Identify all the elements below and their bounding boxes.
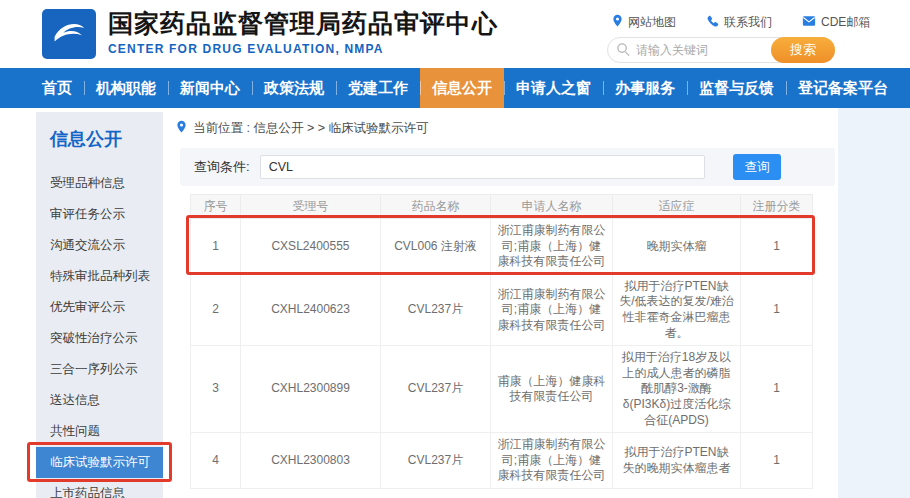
cell-reg-class: 1 [741, 274, 813, 345]
cell-seq: 4 [191, 433, 241, 489]
table-row[interactable]: 4 CXHL2300803 CVL237片 浙江甫康制药有限公司;甫康（上海）健… [191, 433, 813, 489]
nav-item-info-disclosure[interactable]: 信息公开 [420, 68, 504, 108]
cde-logo [42, 9, 96, 59]
header-search-bar: 搜索 [607, 37, 835, 63]
nav-item-applicant-window[interactable]: 申请人之窗 [504, 68, 603, 108]
cell-indication: 拟用于治疗PTEN缺失/低表达的复发/难治性非霍奇金淋巴瘤患者。 [613, 274, 741, 345]
site-header: 国家药品监督管理局药品审评中心 CENTER FOR DRUG EVALUATI… [0, 0, 910, 68]
results-table: 序号 受理号 药品名称 申请人名称 适应症 注册分类 1 CXSL2400555… [190, 194, 813, 489]
sitemap-link[interactable]: 网站地图 [612, 14, 676, 31]
main-area: 信息公开 受理品种信息 审评任务公示 沟通交流公示 特殊审批品种列表 优先审评公… [0, 108, 838, 498]
cell-indication: 晚期实体瘤 [613, 219, 741, 275]
cell-drug-name: CVL237片 [381, 274, 491, 345]
sidebar-item-breakthrough-therapy[interactable]: 突破性治疗公示 [36, 323, 163, 354]
cell-applicant: 浙江甫康制药有限公司;甫康（上海）健康科技有限责任公司 [491, 219, 613, 275]
cell-drug-name: CVL237片 [381, 433, 491, 489]
sidebar-item-review-tasks[interactable]: 审评任务公示 [36, 199, 163, 230]
cell-applicant: 甫康（上海）健康科技有限责任公司 [491, 346, 613, 433]
cell-indication: 拟用于治疗PTEN缺失的晚期实体瘤患者 [613, 433, 741, 489]
sidebar-item-priority-review[interactable]: 优先审评公示 [36, 292, 163, 323]
nav-item-supervision[interactable]: 监督与反馈 [687, 68, 786, 108]
table-row[interactable]: 2 CXHL2400623 CVL237片 浙江甫康制药有限公司;甫康（上海）健… [191, 274, 813, 345]
mail-icon [802, 15, 816, 30]
sidebar-item-communication[interactable]: 沟通交流公示 [36, 230, 163, 261]
header-links: 网站地图 联系我们 CDE邮箱 [612, 14, 870, 31]
nav-item-policy[interactable]: 政策法规 [252, 68, 336, 108]
col-header-seq: 序号 [191, 195, 241, 219]
results-table-area: 序号 受理号 药品名称 申请人名称 适应症 注册分类 1 CXSL2400555… [190, 194, 812, 489]
cell-acceptance-no: CXHL2300899 [241, 346, 381, 433]
col-header-indication: 适应症 [613, 195, 741, 219]
cell-drug-name: CVL237片 [381, 346, 491, 433]
phone-icon [706, 15, 719, 31]
content-area: 当前位置 : 信息公开 > > 临床试验默示许可 查询条件: 查询 序号 受理号… [170, 116, 835, 498]
logo-swoosh-icon [47, 12, 91, 56]
cde-mail-link[interactable]: CDE邮箱 [802, 14, 870, 31]
sidebar-item-accepted-products[interactable]: 受理品种信息 [36, 168, 163, 199]
query-label: 查询条件: [194, 158, 250, 176]
sidebar-item-clinical-trial-implied-license[interactable]: 临床试验默示许可 [36, 447, 163, 478]
sitemap-label: 网站地图 [628, 14, 676, 31]
main-nav: 首页 机构职能 新闻中心 政策法规 党建工作 信息公开 申请人之窗 办事服务 监… [0, 68, 910, 108]
contact-link[interactable]: 联系我们 [706, 14, 772, 31]
cell-reg-class: 1 [741, 346, 813, 433]
cell-drug-name: CVL006 注射液 [381, 219, 491, 275]
cell-reg-class: 1 [741, 219, 813, 275]
site-subtitle: CENTER FOR DRUG EVALUATION, NMPA [108, 42, 498, 56]
query-panel: 查询条件: 查询 [180, 148, 835, 186]
cell-acceptance-no: CXHL2300803 [241, 433, 381, 489]
col-header-applicant: 申请人名称 [491, 195, 613, 219]
table-row[interactable]: 3 CXHL2300899 CVL237片 甫康（上海）健康科技有限责任公司 拟… [191, 346, 813, 433]
cell-indication: 拟用于治疗18岁及以上的成人患者的磷脂酰肌醇3-激酶δ(PI3Kδ)过度活化综合… [613, 346, 741, 433]
search-icon [616, 42, 631, 61]
breadcrumb-text: 当前位置 : 信息公开 > > 临床试验默示许可 [193, 120, 428, 137]
sidebar-item-delivery-info[interactable]: 送达信息 [36, 385, 163, 416]
cell-reg-class: 1 [741, 433, 813, 489]
nav-item-party[interactable]: 党建工作 [336, 68, 420, 108]
col-header-drug-name: 药品名称 [381, 195, 491, 219]
cell-applicant: 浙江甫康制药有限公司;甫康（上海）健康科技有限责任公司 [491, 274, 613, 345]
contact-label: 联系我们 [724, 14, 772, 31]
cell-acceptance-no: CXHL2400623 [241, 274, 381, 345]
query-button[interactable]: 查询 [733, 154, 781, 180]
nav-item-functions[interactable]: 机构职能 [84, 68, 168, 108]
nav-item-home[interactable]: 首页 [30, 68, 84, 108]
sidebar: 信息公开 受理品种信息 审评任务公示 沟通交流公示 特殊审批品种列表 优先审评公… [36, 112, 163, 498]
breadcrumb: 当前位置 : 信息公开 > > 临床试验默示许可 [176, 116, 835, 140]
nav-item-registration-platform[interactable]: 登记备案平台 [786, 68, 900, 108]
cell-seq: 3 [191, 346, 241, 433]
breadcrumb-pin-icon [176, 120, 187, 137]
sidebar-item-special-approval[interactable]: 特殊审批品种列表 [36, 261, 163, 292]
site-title-block: 国家药品监督管理局药品审评中心 CENTER FOR DRUG EVALUATI… [108, 8, 498, 56]
table-header-row: 序号 受理号 药品名称 申请人名称 适应症 注册分类 [191, 195, 813, 219]
query-input[interactable] [260, 155, 705, 179]
col-header-acceptance-no: 受理号 [241, 195, 381, 219]
header-search-button[interactable]: 搜索 [771, 37, 835, 63]
cell-seq: 1 [191, 219, 241, 275]
sidebar-item-common-issues[interactable]: 共性问题 [36, 416, 163, 447]
location-pin-icon [612, 14, 623, 31]
site-title: 国家药品监督管理局药品审评中心 [108, 8, 498, 38]
col-header-reg-class: 注册分类 [741, 195, 813, 219]
cell-seq: 2 [191, 274, 241, 345]
nav-item-news[interactable]: 新闻中心 [168, 68, 252, 108]
nav-item-services[interactable]: 办事服务 [603, 68, 687, 108]
table-row[interactable]: 1 CXSL2400555 CVL006 注射液 浙江甫康制药有限公司;甫康（上… [191, 219, 813, 275]
sidebar-item-three-in-one[interactable]: 三合一序列公示 [36, 354, 163, 385]
sidebar-title: 信息公开 [50, 128, 163, 150]
sidebar-item-marketed-drugs[interactable]: 上市药品信息 [36, 478, 163, 498]
cell-applicant: 浙江甫康制药有限公司;甫康（上海）健康科技有限责任公司 [491, 433, 613, 489]
cde-mail-label: CDE邮箱 [821, 14, 870, 31]
cell-acceptance-no: CXSL2400555 [241, 219, 381, 275]
